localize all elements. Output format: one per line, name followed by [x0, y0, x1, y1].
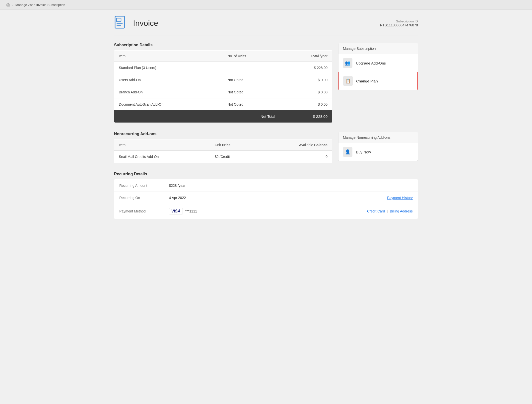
- payment-history-link[interactable]: Payment History: [387, 196, 413, 200]
- subscription-id-label: Subscription ID: [380, 19, 418, 23]
- row-item: Standard Plan (3 Users): [114, 62, 223, 74]
- subscription-id-value: RTS1118000047476878: [380, 23, 418, 27]
- row-item: Branch Add-On: [114, 86, 223, 98]
- net-total-label: Net Total: [223, 110, 280, 123]
- recurring-amount-value: $228 /year: [164, 180, 418, 192]
- credit-card-link[interactable]: Credit Card: [367, 209, 385, 213]
- manage-subscription-box: Manage Subscription 👥 Upgrade Add-Ons 📋 …: [338, 43, 418, 90]
- nr-row-price: $2 /Credit: [210, 151, 259, 163]
- manage-subscription-sidebar: Manage Subscription 👥 Upgrade Add-Ons 📋 …: [338, 43, 418, 96]
- nr-row-item: Snail Mail Credits Add-On: [114, 151, 210, 163]
- payment-method-row: Payment Method VISA ***1111 Credit Card …: [114, 204, 418, 219]
- payment-method-container: VISA ***1111 Credit Card | Billing Addre…: [169, 208, 413, 214]
- net-total-spacer: [114, 110, 223, 123]
- sidebar-icon-buy-now: 👤: [343, 147, 352, 157]
- sidebar-label-change-plan: Change Plan: [356, 79, 378, 83]
- sidebar-label-upgrade-addons: Upgrade Add-Ons: [356, 61, 386, 65]
- nonrecurring-main: Nonrecurring Add-ons Item Unit Price Ava…: [114, 132, 332, 170]
- subscription-table-row: Branch Add-On Not Opted $ 0.00: [114, 86, 332, 98]
- header-left: Invoice: [114, 16, 158, 31]
- payment-method-cell: VISA ***1111 Credit Card | Billing Addre…: [164, 204, 418, 219]
- subscription-table-row: Users Add-On Not Opted $ 0.00: [114, 74, 332, 86]
- header-right: Subscription ID RTS1118000047476878: [380, 19, 418, 27]
- row-total: $ 0.00: [280, 98, 332, 111]
- sidebar-icon-change-plan: 📋: [343, 76, 353, 86]
- sidebar-item-change-plan[interactable]: 📋 Change Plan: [338, 72, 418, 90]
- nonrecurring-section: Nonrecurring Add-ons Item Unit Price Ava…: [114, 132, 418, 170]
- row-units: Not Opted: [223, 86, 280, 98]
- subscription-section: Subscription Details Item No. of Units T…: [114, 43, 418, 130]
- net-total-value: $ 228.00: [280, 110, 332, 123]
- invoice-logo-icon: [114, 16, 129, 31]
- col-total: Total /year: [280, 51, 332, 62]
- breadcrumb-separator: /: [12, 3, 13, 7]
- visa-badge: VISA: [169, 208, 183, 214]
- breadcrumb: / Manage Zoho Invoice Subscription: [0, 0, 532, 10]
- recurring-on-label: Recurring On: [114, 192, 164, 204]
- payment-visa-info: VISA ***1111: [169, 208, 197, 214]
- payment-links: Credit Card | Billing Address: [367, 209, 413, 213]
- nr-col-item: Item: [114, 139, 210, 151]
- nonrecurring-table-row: Snail Mail Credits Add-On $2 /Credit 0: [114, 151, 332, 163]
- svg-rect-1: [117, 18, 121, 22]
- row-units: -: [223, 62, 280, 74]
- row-total: $ 0.00: [280, 86, 332, 98]
- row-item: Users Add-On: [114, 74, 223, 86]
- page-header: Invoice Subscription ID RTS1118000047476…: [114, 16, 418, 36]
- recurring-amount-label: Recurring Amount: [114, 180, 164, 192]
- recurring-table: Recurring Amount $228 /year Recurring On…: [114, 179, 418, 219]
- manage-nonrecurring-sidebar: Manage Nonrecurring Add-ons 👤 Buy Now: [338, 132, 418, 167]
- link-separator: |: [387, 209, 388, 213]
- row-item: Document AutoScan Add-On: [114, 98, 223, 111]
- sidebar-item-upgrade-addons[interactable]: 👥 Upgrade Add-Ons: [338, 54, 418, 72]
- recurring-on-cell: 4 Apr 2022 Payment History: [164, 192, 418, 204]
- col-item: Item: [114, 51, 223, 62]
- payment-method-label: Payment Method: [114, 204, 164, 219]
- sidebar-label-buy-now: Buy Now: [356, 150, 371, 154]
- page-wrapper: Invoice Subscription ID RTS1118000047476…: [104, 10, 428, 225]
- manage-nonrecurring-box: Manage Nonrecurring Add-ons 👤 Buy Now: [338, 132, 418, 161]
- col-units: No. of Units: [223, 51, 280, 62]
- manage-nonrecurring-title: Manage Nonrecurring Add-ons: [338, 132, 418, 143]
- sidebar-icon-upgrade-addons: 👥: [343, 58, 352, 68]
- home-icon[interactable]: [6, 2, 10, 7]
- recurring-section: Recurring Details Recurring Amount $228 …: [114, 172, 418, 219]
- card-number: ***1111: [185, 209, 197, 213]
- breadcrumb-text: Manage Zoho Invoice Subscription: [15, 3, 65, 7]
- row-units: Not Opted: [223, 98, 280, 111]
- row-units: Not Opted: [223, 74, 280, 86]
- row-total: $ 0.00: [280, 74, 332, 86]
- sidebar-item-buy-now[interactable]: 👤 Buy Now: [338, 143, 418, 161]
- recurring-on-date: 4 Apr 2022: [169, 196, 186, 200]
- subscription-table-row: Standard Plan (3 Users) - $ 228.00: [114, 62, 332, 74]
- nr-col-price: Unit Price: [210, 139, 259, 151]
- nr-row-balance: 0: [259, 151, 332, 163]
- manage-subscription-title: Manage Subscription: [338, 43, 418, 54]
- nr-col-balance: Available Balance: [259, 139, 332, 151]
- nonrecurring-section-title: Nonrecurring Add-ons: [114, 132, 332, 136]
- subscription-section-title: Subscription Details: [114, 43, 332, 47]
- row-total: $ 228.00: [280, 62, 332, 74]
- recurring-on-row: Recurring On 4 Apr 2022 Payment History: [114, 192, 418, 204]
- subscription-table: Item No. of Units Total /year Standard P…: [114, 50, 332, 123]
- recurring-amount-row: Recurring Amount $228 /year: [114, 180, 418, 192]
- recurring-on-container: 4 Apr 2022 Payment History: [169, 196, 413, 200]
- subscription-main: Subscription Details Item No. of Units T…: [114, 43, 332, 130]
- recurring-section-title: Recurring Details: [114, 172, 418, 176]
- app-title: Invoice: [133, 19, 158, 28]
- subscription-table-row: Document AutoScan Add-On Not Opted $ 0.0…: [114, 98, 332, 111]
- nonrecurring-table: Item Unit Price Available Balance Snail …: [114, 139, 332, 163]
- billing-address-link[interactable]: Billing Address: [390, 209, 413, 213]
